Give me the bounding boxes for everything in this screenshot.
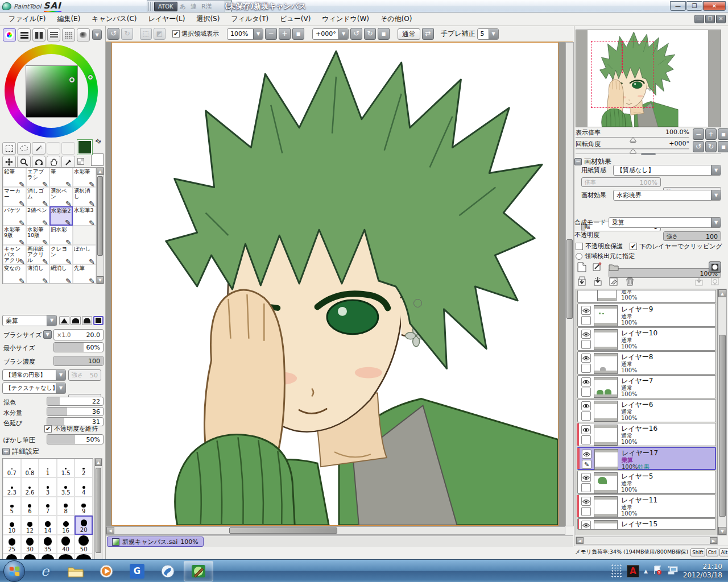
layer-visible-eye-icon[interactable]	[581, 401, 591, 410]
key-button-Alt[interactable]: Alt	[719, 548, 728, 556]
layer-checkbox[interactable]	[581, 316, 591, 325]
tip-square-button[interactable]	[93, 316, 104, 325]
tool-画用紙アクリル[interactable]: 画用紙 アクリル✎	[26, 245, 49, 264]
menu-item-6[interactable]: ビュー(V)	[275, 13, 316, 26]
tool-変なの[interactable]: 変なの✎	[3, 264, 26, 284]
tray-atok-icon[interactable]: A	[627, 565, 639, 577]
protect-opacity-checkbox[interactable]	[576, 243, 583, 250]
tray-network-icon[interactable]	[667, 565, 679, 577]
restore-button[interactable]: ❐	[686, 1, 702, 11]
region-source-radio[interactable]	[576, 253, 582, 260]
keep-opacity-row[interactable]: ✔ 不透明度を維持	[44, 425, 98, 433]
tool-2値ペン[interactable]: 2値ペン✎	[26, 206, 49, 226]
tool-選択ペン[interactable]: 選択ペン✎	[49, 187, 73, 206]
brush-size-0.7[interactable]: 0.7	[3, 459, 21, 477]
chevron-down-icon[interactable]: ▼	[489, 29, 498, 39]
document-tab[interactable]: 新規キャンバス.sai 100%	[107, 537, 204, 547]
mdi-maximize-button[interactable]: ❐	[705, 15, 715, 23]
tool-旧水彩[interactable]: 旧水彩✎	[49, 226, 73, 245]
layer-レイヤー6[interactable]: レイヤー6通常100%	[577, 399, 716, 422]
material-section-header[interactable]: − 画材効果	[574, 157, 611, 167]
brush-texture-select[interactable]: 【テクスチャなし】 ▼	[2, 383, 66, 394]
layer-checkbox[interactable]	[581, 483, 591, 492]
tool-選択消し[interactable]: 選択消し✎	[73, 187, 96, 206]
canvas-viewport[interactable]	[106, 42, 573, 526]
layer-レイヤー15[interactable]: レイヤー15	[577, 518, 716, 530]
tool-エアブラシ[interactable]: エアブラシ✎	[26, 168, 49, 187]
menu-item-4[interactable]: 選択(S)	[191, 13, 225, 26]
nav-zoom-in-button[interactable]: +	[705, 128, 717, 140]
layer-visible-eye-icon[interactable]	[581, 473, 591, 482]
chevron-down-icon[interactable]: ▼	[711, 165, 721, 175]
brush-param-slider[interactable]: 22	[47, 397, 104, 406]
layer-visible-eye-icon[interactable]	[581, 521, 591, 530]
layer-mask-icon[interactable]	[709, 261, 721, 273]
brush-size-35[interactable]: 35	[39, 535, 57, 554]
color-wheel[interactable]	[5, 44, 98, 138]
background-color-swatch[interactable]	[91, 153, 104, 166]
paper-texture-select[interactable]: 【質感なし】 ▼	[613, 165, 721, 176]
sv-square[interactable]	[26, 65, 78, 118]
tip-round-button[interactable]	[71, 316, 81, 325]
plus-icon[interactable]: +	[2, 448, 10, 455]
min-size-slider[interactable]: 60%	[53, 342, 104, 352]
brush-size-1.5[interactable]: 1.5	[57, 459, 75, 477]
blur-pressure-slider[interactable]: 50%	[47, 434, 104, 444]
layer-list-hscrollbar[interactable]: ◀ ▶	[576, 537, 718, 544]
rect-select-icon[interactable]	[2, 142, 16, 155]
brush-size-50[interactable]: 50	[75, 535, 93, 554]
region-source-row[interactable]: 領域検出元に指定	[576, 252, 635, 260]
hue-marker[interactable]	[88, 75, 93, 80]
layer-レイヤー11[interactable]: レイヤー11通常100%	[577, 494, 716, 518]
layer-レイヤー17[interactable]: ✎レイヤー17乗算100%効果	[577, 447, 716, 470]
taskbar-gom-player[interactable]: G	[122, 561, 152, 581]
panel-collapse-handle[interactable]	[641, 153, 656, 155]
taskbar-globe-app[interactable]	[153, 561, 183, 581]
layer-visible-eye-icon[interactable]	[582, 450, 592, 459]
brush-size-2.3[interactable]: 2.3	[3, 477, 21, 496]
tool-水彩筆3[interactable]: 水彩筆3✎	[73, 206, 96, 226]
layer-checkbox[interactable]	[581, 411, 591, 421]
zoom-tool-icon[interactable]	[17, 156, 31, 168]
canvas-vertical-scrollbar[interactable]	[565, 42, 574, 526]
brush-size-30[interactable]: 30	[21, 535, 39, 554]
angle-reset-button[interactable]: ▪	[378, 28, 390, 40]
hand-tool-icon[interactable]	[47, 156, 60, 168]
layer-blend-mode-select[interactable]: 乗算 ▼	[609, 217, 721, 228]
nav-zoom-reset-button[interactable]: ▪	[718, 128, 728, 140]
menu-item-0[interactable]: ファイル(F)	[3, 13, 51, 26]
brush-size-9[interactable]: 9	[75, 497, 93, 516]
clip-checkbox[interactable]: ✔	[630, 243, 637, 250]
layer-list-scrollbar[interactable]: ▲ ▼	[718, 289, 727, 535]
brush-size-6[interactable]: 6	[21, 497, 39, 516]
tool-先筆[interactable]: 先筆✎	[73, 264, 96, 284]
layer-レイヤー5[interactable]: レイヤー5通常100%	[577, 471, 716, 494]
eyedropper-icon[interactable]	[61, 156, 75, 168]
tool-水彩筆[interactable]: 水彩筆✎	[73, 168, 96, 187]
magic-wand-icon[interactable]	[32, 142, 46, 155]
transparent-color-swatch[interactable]	[77, 158, 84, 165]
ime-atok-button[interactable]: ATOK	[154, 2, 177, 11]
ime-mode-ren[interactable]: 連	[191, 2, 197, 11]
hsv-slider-tab[interactable]	[32, 28, 46, 41]
taskbar-media-player[interactable]	[92, 561, 121, 581]
zoom-in-button[interactable]: +	[279, 28, 291, 40]
brush-size-12[interactable]: 12	[21, 516, 39, 534]
swap-colors-icon[interactable]: ⇄	[94, 137, 103, 146]
rotate-cw-button[interactable]: ↻	[364, 28, 376, 40]
layer-checkbox[interactable]	[581, 507, 591, 516]
color-mixer-tab[interactable]	[47, 28, 60, 41]
taskbar-explorer[interactable]	[61, 561, 90, 581]
brush-shape-select[interactable]: 【通常の円形】 ▼	[2, 369, 66, 381]
new-vector-layer-icon[interactable]	[592, 261, 604, 273]
tray-show-hidden-icon[interactable]: ▲	[644, 568, 648, 574]
redo-button[interactable]: ↻	[121, 28, 133, 40]
tray-action-center-icon[interactable]	[652, 565, 663, 577]
color-wheel-tab[interactable]	[3, 28, 16, 41]
tool-ぼかし[interactable]: ぼかし✎	[73, 245, 96, 264]
foreground-color-swatch[interactable]	[77, 140, 92, 155]
layer-レイヤー7[interactable]: レイヤー7通常100%	[577, 375, 716, 398]
layer-pen-icon[interactable]: ✎	[582, 460, 592, 469]
tip-triangle-button[interactable]	[59, 316, 69, 325]
brush-size-16[interactable]: 16	[57, 516, 75, 534]
